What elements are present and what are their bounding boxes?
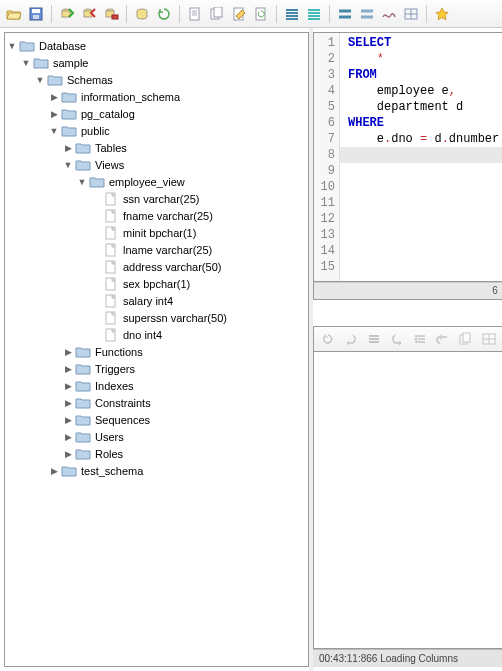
toolbar-db-disconnect-red-button[interactable]: [79, 4, 99, 24]
code-line[interactable]: SELECT: [348, 35, 502, 51]
toolbar-lines-cyan-button[interactable]: [304, 4, 324, 24]
database-tree-pane[interactable]: ▼Database▼sample▼Schemas▶information_sch…: [4, 32, 309, 667]
disclosure-closed-icon[interactable]: ▶: [49, 92, 59, 102]
toolbar-lines-2-button[interactable]: [335, 4, 355, 24]
tree-node[interactable]: lname varchar(25): [5, 241, 308, 258]
folder-icon: [75, 413, 91, 427]
tree-node[interactable]: ▶Tables: [5, 139, 308, 156]
folder-icon: [75, 362, 91, 376]
toolbar-scribble-button[interactable]: [379, 4, 399, 24]
tree-node[interactable]: ▶Triggers: [5, 360, 308, 377]
tree-node[interactable]: ▼Schemas: [5, 71, 308, 88]
disclosure-closed-icon[interactable]: ▶: [63, 364, 73, 374]
code-line[interactable]: employee e,: [348, 83, 502, 99]
disclosure-open-icon[interactable]: ▼: [21, 58, 31, 68]
toolbar-save-button[interactable]: [26, 4, 46, 24]
code-line[interactable]: [340, 147, 502, 163]
results-copy-button[interactable]: [456, 329, 475, 349]
tree-node[interactable]: dno int4: [5, 326, 308, 343]
disclosure-open-icon[interactable]: ▼: [63, 160, 73, 170]
line-number: 1: [314, 35, 335, 51]
code-line[interactable]: FROM: [348, 67, 502, 83]
toolbar-db-remove-button[interactable]: [101, 4, 121, 24]
toolbar-doc-edit-button[interactable]: [229, 4, 249, 24]
code-area[interactable]: SELECT *FROM employee e, department dWHE…: [340, 33, 502, 281]
tree-node[interactable]: salary int4: [5, 292, 308, 309]
disclosure-closed-icon[interactable]: ▶: [63, 143, 73, 153]
tree-node[interactable]: ▶test_schema: [5, 462, 308, 479]
disclosure-open-icon[interactable]: ▼: [35, 75, 45, 85]
toolbar-recycle-button[interactable]: [154, 4, 174, 24]
toolbar-star-button[interactable]: [432, 4, 452, 24]
tree-node[interactable]: ssn varchar(25): [5, 190, 308, 207]
line-number: 11: [314, 195, 335, 211]
tree-node-label: Schemas: [67, 74, 113, 86]
tree-node[interactable]: ▶pg_catalog: [5, 105, 308, 122]
editor-hscroll[interactable]: 6: [313, 282, 502, 300]
code-line[interactable]: [348, 179, 502, 195]
code-line[interactable]: [348, 227, 502, 243]
tree-node[interactable]: ▶Indexes: [5, 377, 308, 394]
results-refresh-button[interactable]: [318, 329, 337, 349]
toolbar-lines-blue-button[interactable]: [282, 4, 302, 24]
disclosure-closed-icon[interactable]: ▶: [63, 432, 73, 442]
toolbar-doc-copy-button[interactable]: [207, 4, 227, 24]
disclosure-open-icon[interactable]: ▼: [7, 41, 17, 51]
tree-node[interactable]: ▼Views: [5, 156, 308, 173]
tree-node[interactable]: ▶Roles: [5, 445, 308, 462]
disclosure-open-icon[interactable]: ▼: [77, 177, 87, 187]
tree-node-label: Triggers: [95, 363, 135, 375]
code-line[interactable]: [348, 259, 502, 275]
tree-node[interactable]: minit bpchar(1): [5, 224, 308, 241]
sql-editor[interactable]: 123456789101112131415 SELECT *FROM emplo…: [313, 32, 502, 282]
results-bars-button[interactable]: [364, 329, 383, 349]
toolbar-db-connect-green-button[interactable]: [57, 4, 77, 24]
disclosure-closed-icon[interactable]: ▶: [49, 466, 59, 476]
disclosure-closed-icon[interactable]: ▶: [63, 398, 73, 408]
code-line[interactable]: [348, 195, 502, 211]
disclosure-closed-icon[interactable]: ▶: [63, 347, 73, 357]
code-line[interactable]: [348, 163, 502, 179]
tree-node[interactable]: ▶information_schema: [5, 88, 308, 105]
tree-node-label: pg_catalog: [81, 108, 135, 120]
tree-node[interactable]: ▶Constraints: [5, 394, 308, 411]
disclosure-closed-icon[interactable]: ▶: [63, 381, 73, 391]
toolbar-lines-2b-button[interactable]: [357, 4, 377, 24]
results-redo-button[interactable]: [387, 329, 406, 349]
disclosure-closed-icon[interactable]: ▶: [49, 109, 59, 119]
toolbar-doc-button[interactable]: [185, 4, 205, 24]
tree-node[interactable]: ▼public: [5, 122, 308, 139]
disclosure-open-icon[interactable]: ▼: [49, 126, 59, 136]
tree-node-label: Database: [39, 40, 86, 52]
tree-node[interactable]: ▶Functions: [5, 343, 308, 360]
toolbar-folder-open-button[interactable]: [4, 4, 24, 24]
column-icon: [103, 226, 119, 240]
toolbar-db-cyl-button[interactable]: [132, 4, 152, 24]
tree-node[interactable]: ▼sample: [5, 54, 308, 71]
code-line[interactable]: WHERE: [348, 115, 502, 131]
tree-node[interactable]: ▼employee_view: [5, 173, 308, 190]
code-line[interactable]: [348, 211, 502, 227]
tree-node[interactable]: address varchar(50): [5, 258, 308, 275]
results-undo-button[interactable]: [341, 329, 360, 349]
tree-node[interactable]: ▼Database: [5, 37, 308, 54]
tree-node[interactable]: sex bpchar(1): [5, 275, 308, 292]
code-line[interactable]: e.dno = d.dnumber: [348, 131, 502, 147]
disclosure-closed-icon[interactable]: ▶: [63, 449, 73, 459]
code-line[interactable]: department d: [348, 99, 502, 115]
tree-node-label: sex bpchar(1): [123, 278, 190, 290]
toolbar-doc-refresh-button[interactable]: [251, 4, 271, 24]
tree-node[interactable]: fname varchar(25): [5, 207, 308, 224]
tree-node[interactable]: superssn varchar(50): [5, 309, 308, 326]
results-grid-button[interactable]: [479, 329, 498, 349]
line-number: 2: [314, 51, 335, 67]
results-grid[interactable]: [313, 352, 502, 649]
toolbar-lines-grid-button[interactable]: [401, 4, 421, 24]
results-undo2-button[interactable]: [433, 329, 452, 349]
results-indent-button[interactable]: [410, 329, 429, 349]
code-line[interactable]: [348, 243, 502, 259]
tree-node[interactable]: ▶Users: [5, 428, 308, 445]
tree-node[interactable]: ▶Sequences: [5, 411, 308, 428]
code-line[interactable]: *: [348, 51, 502, 67]
disclosure-closed-icon[interactable]: ▶: [63, 415, 73, 425]
